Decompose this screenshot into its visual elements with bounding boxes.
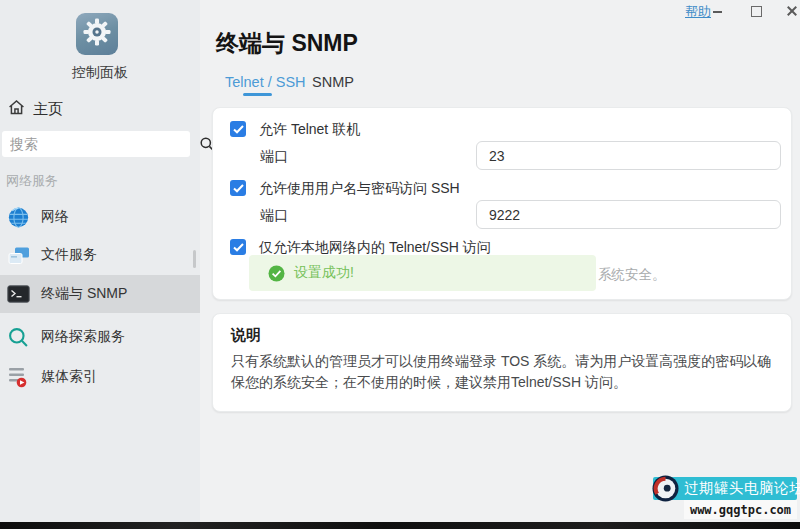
tab-snmp[interactable]: SNMP	[312, 74, 354, 90]
sidebar-item-terminal-snmp[interactable]: 终端与 SNMP	[0, 275, 200, 313]
note-title: 说明	[231, 326, 261, 345]
check-icon	[233, 125, 244, 134]
ssh-port-label: 端口	[260, 207, 288, 225]
media-index-icon	[7, 366, 30, 388]
watermark-url: www.gqgtpc.com	[684, 500, 797, 519]
gear-icon	[82, 17, 112, 51]
ssh-checkbox[interactable]	[230, 180, 246, 196]
home-icon	[8, 99, 25, 119]
watermark-url-text: www.gqgtpc.com	[690, 503, 791, 517]
sidebar-item-label: 文件服务	[41, 246, 97, 264]
sidebar-item-label: 网络探索服务	[41, 328, 125, 346]
magnifier-teal-icon	[7, 327, 30, 348]
search-input[interactable]	[2, 136, 199, 152]
home-label: 主页	[33, 100, 63, 119]
ssh-port-input[interactable]	[476, 200, 781, 229]
check-icon	[233, 243, 244, 252]
sidebar-item-home[interactable]: 主页	[8, 99, 63, 119]
success-toast: 设置成功!	[249, 255, 596, 291]
telnet-port-label: 端口	[260, 148, 288, 166]
minimize-button[interactable]	[710, 3, 726, 19]
toast-message: 设置成功!	[294, 264, 354, 282]
ssh-checkbox-label: 允许使用用户名与密码访问 SSH	[259, 180, 460, 198]
sidebar: 控制面板 主页 网络服务	[0, 0, 200, 522]
sidebar-scrollbar[interactable]	[193, 250, 196, 268]
sidebar-item-label: 网络	[41, 208, 69, 226]
sidebar-item-network-discovery[interactable]: 网络探索服务	[0, 318, 200, 356]
control-panel-app-icon[interactable]	[76, 13, 118, 55]
sidebar-item-label: 媒体索引	[41, 368, 97, 386]
local-only-checkbox[interactable]	[230, 239, 246, 255]
success-check-icon	[268, 265, 285, 282]
close-button[interactable]	[784, 3, 800, 19]
note-body: 只有系统默认的管理员才可以使用终端登录 TOS 系统。请为用户设置高强度的密码以…	[231, 351, 779, 393]
check-icon	[233, 184, 244, 193]
telnet-checkbox-label: 允许 Telnet 联机	[259, 121, 360, 139]
sidebar-item-label: 终端与 SNMP	[41, 285, 127, 303]
maximize-button[interactable]	[748, 3, 764, 19]
watermark-forum-name: 过期罐头电脑论坛	[684, 479, 800, 498]
file-services-icon	[7, 245, 30, 266]
app-title: 控制面板	[0, 64, 200, 82]
help-link[interactable]: 帮助	[685, 3, 711, 21]
sidebar-item-file-services[interactable]: 文件服务	[0, 236, 200, 274]
note-card: 说明 只有系统默认的管理员才可以使用终端登录 TOS 系统。请为用户设置高强度的…	[212, 313, 792, 412]
tab-telnet-ssh[interactable]: Telnet / SSH	[225, 74, 306, 90]
telnet-port-input[interactable]	[476, 141, 781, 170]
search-box	[2, 131, 190, 157]
terminal-icon	[7, 285, 30, 303]
watermark-logo-icon	[652, 475, 679, 502]
sidebar-item-network[interactable]: 网络	[0, 198, 200, 236]
sidebar-item-media-index[interactable]: 媒体索引	[0, 358, 200, 396]
sidebar-section-network-services: 网络服务	[6, 172, 58, 190]
hint-text-partial: 系统安全。	[598, 266, 666, 284]
settings-card: 允许 Telnet 联机 端口 允许使用用户名与密码访问 SSH 端口 仅允许本…	[212, 107, 792, 300]
desktop-taskbar-edge	[0, 522, 800, 529]
telnet-checkbox[interactable]	[230, 121, 246, 137]
control-panel-window: 控制面板 主页 网络服务	[0, 0, 800, 529]
globe-icon	[7, 207, 30, 228]
active-tab-underline	[243, 93, 272, 96]
page-title: 终端与 SNMP	[216, 28, 358, 59]
